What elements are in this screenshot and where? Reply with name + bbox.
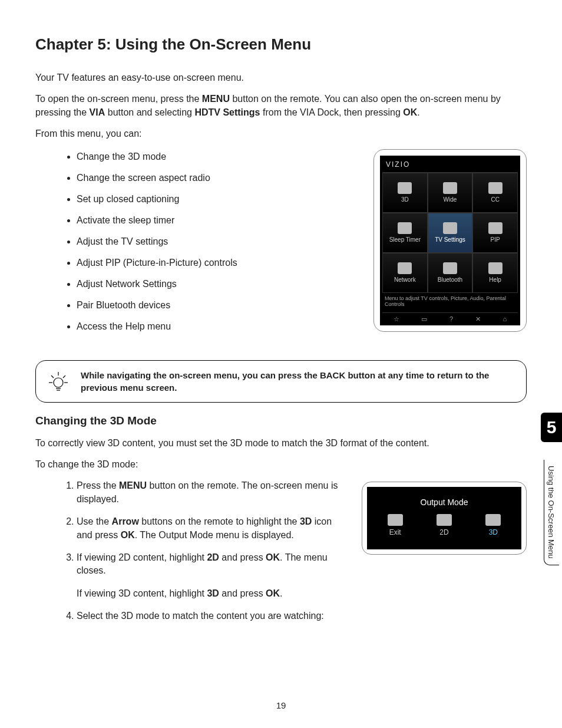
- cell-label: Exit: [389, 528, 401, 536]
- intro-paragraph-1: Your TV features an easy-to-use on-scree…: [35, 71, 527, 84]
- help-icon: ?: [449, 315, 453, 323]
- cell-label: Sleep Timer: [389, 236, 421, 243]
- cell-label: 3D: [401, 196, 409, 203]
- steps-list: Press the MENU button on the remote. The…: [35, 479, 350, 622]
- list-item: Activate the sleep timer: [77, 215, 362, 226]
- list-item: Set up closed captioning: [77, 194, 362, 205]
- step-3: If viewing 2D content, highlight 2D and …: [77, 551, 350, 600]
- screen-icon: [443, 182, 457, 194]
- clock-icon: [398, 222, 412, 234]
- text-run: and press: [219, 588, 266, 598]
- cell-label: Wide: [444, 196, 457, 203]
- text-run: . The Output Mode menu is displayed.: [135, 530, 294, 540]
- menu-cell-3d: 3D: [382, 173, 428, 213]
- text-run: buttons on the remote to highlight the: [139, 516, 300, 526]
- intro-paragraph-3: From this menu, you can:: [35, 127, 527, 140]
- vizio-caption: Menu to adjust TV controls, Picture, Aud…: [382, 293, 518, 313]
- side-tab: 5 Using the On-Screen Menu: [541, 413, 562, 565]
- text-run: and press: [219, 552, 266, 562]
- menu-cell-wide: Wide: [428, 173, 473, 213]
- svg-line-2: [51, 375, 54, 378]
- bold-2d: 2D: [207, 552, 219, 562]
- cube-icon: [485, 514, 501, 526]
- globe-icon: [398, 262, 412, 274]
- cc-icon: [488, 182, 503, 194]
- output-mode-screenshot: Output Mode Exit 2D 3D: [362, 482, 527, 555]
- svg-point-0: [54, 378, 63, 387]
- home-icon: ⌂: [503, 315, 507, 323]
- cell-label: Help: [489, 276, 501, 283]
- bold-ok: OK: [266, 552, 280, 562]
- bold-arrow: Arrow: [112, 516, 139, 526]
- output-cell-exit: Exit: [388, 514, 403, 536]
- step-1: Press the MENU button on the remote. The…: [77, 479, 350, 506]
- cube-icon: [398, 182, 412, 194]
- vizio-footer-icons: ☆ ▭ ? ✕ ⌂: [382, 312, 518, 323]
- section-3d-p2: To change the 3D mode:: [35, 458, 527, 471]
- list-item: Pair Bluetooth devices: [77, 300, 362, 311]
- text-run: If viewing 3D content, highlight: [77, 588, 207, 598]
- section-heading-3d-mode: Changing the 3D Mode: [35, 414, 527, 427]
- tip-text: While navigating the on-screen menu, you…: [81, 369, 515, 394]
- list-item: Change the 3D mode: [77, 151, 362, 162]
- bold-menu: MENU: [119, 480, 147, 490]
- output-cell-2d: 2D: [437, 514, 452, 536]
- tv-icon: [443, 222, 457, 234]
- cell-label: CC: [491, 196, 499, 203]
- bold-hdtv-settings: HDTV Settings: [194, 107, 260, 117]
- tip-callout: While navigating the on-screen menu, you…: [35, 360, 527, 403]
- bold-menu: MENU: [202, 94, 230, 104]
- menu-cell-tv-settings: TV Settings: [428, 213, 473, 253]
- bold-via: VIA: [90, 107, 105, 117]
- text-run: Use the: [77, 516, 112, 526]
- page-number: 19: [0, 700, 562, 710]
- cell-label: TV Settings: [435, 236, 465, 243]
- bluetooth-icon: [443, 262, 457, 274]
- chapter-number-tab: 5: [541, 413, 562, 442]
- text-run: .: [417, 107, 419, 117]
- step-3-sub: If viewing 3D content, highlight 3D and …: [77, 587, 346, 600]
- chapter-title: Chapter 5: Using the On-Screen Menu: [35, 35, 527, 54]
- square-icon: [437, 514, 452, 526]
- output-cell-3d: 3D: [485, 514, 501, 536]
- rect-icon: ▭: [421, 315, 427, 323]
- bold-ok: OK: [403, 107, 417, 117]
- section-3d-p1: To correctly view 3D content, you must s…: [35, 437, 527, 450]
- bold-3d: 3D: [300, 516, 312, 526]
- list-item: Adjust the TV settings: [77, 236, 362, 247]
- cell-label: 3D: [489, 528, 498, 536]
- star-icon: ☆: [394, 315, 399, 323]
- close-icon: ✕: [475, 315, 481, 323]
- menu-cell-network: Network: [382, 253, 428, 293]
- output-mode-title: Output Mode: [371, 498, 518, 507]
- chapter-label-tab: Using the On-Screen Menu: [544, 460, 559, 565]
- cell-label: Bluetooth: [438, 276, 462, 283]
- cell-label: 2D: [439, 528, 448, 536]
- step-2: Use the Arrow buttons on the remote to h…: [77, 515, 350, 542]
- list-item: Change the screen aspect radio: [77, 173, 362, 183]
- text-run: If viewing 2D content, highlight: [77, 552, 207, 562]
- list-item: Access the Help menu: [77, 321, 362, 332]
- text-run: button and selecting: [105, 107, 194, 117]
- vizio-logo: VIZIO: [382, 159, 518, 173]
- menu-cell-help: Help: [472, 253, 518, 293]
- step-4: Select the 3D mode to match the content …: [77, 610, 350, 622]
- exit-icon: [388, 514, 403, 526]
- menu-cell-pip: PIP: [472, 213, 518, 253]
- bold-3d: 3D: [207, 588, 219, 598]
- list-item: Adjust PIP (Picture-in-Picture) controls: [77, 258, 362, 268]
- svg-line-3: [63, 375, 65, 378]
- menu-cell-bluetooth: Bluetooth: [428, 253, 473, 293]
- cell-label: Network: [394, 276, 416, 283]
- text-run: .: [280, 588, 282, 598]
- intro-paragraph-2: To open the on-screen menu, press the ME…: [35, 93, 527, 119]
- pip-icon: [488, 222, 503, 234]
- menu-cell-sleep-timer: Sleep Timer: [382, 213, 428, 253]
- bold-ok: OK: [121, 530, 135, 540]
- question-icon: [488, 262, 503, 274]
- feature-bullet-list: Change the 3D mode Change the screen asp…: [35, 151, 362, 332]
- list-item: Adjust Network Settings: [77, 279, 362, 289]
- lightbulb-icon: [47, 370, 70, 393]
- text-run: To open the on-screen menu, press the: [35, 94, 202, 104]
- text-run: from the VIA Dock, then pressing: [260, 107, 404, 117]
